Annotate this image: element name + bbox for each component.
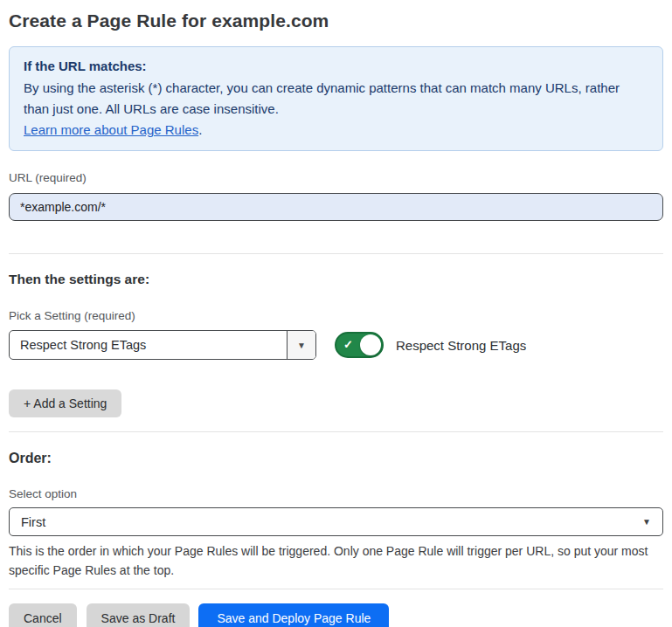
cancel-button[interactable]: Cancel	[9, 603, 77, 627]
order-select[interactable]: First ▼	[9, 507, 663, 536]
order-section-heading: Order:	[9, 451, 663, 466]
order-select-label: Select option	[9, 487, 663, 501]
setting-select[interactable]: Respect Strong ETags ▼	[9, 330, 316, 360]
settings-section-heading: Then the settings are:	[9, 272, 663, 287]
chevron-down-icon: ▼	[297, 341, 306, 350]
setting-select-value: Respect Strong ETags	[10, 331, 287, 359]
page-title: Create a Page Rule for example.com	[9, 10, 663, 31]
info-box-footer: Learn more about Page Rules.	[24, 120, 648, 141]
order-help-text: This is the order in which your Page Rul…	[9, 541, 660, 580]
pick-setting-label: Pick a Setting (required)	[9, 309, 663, 323]
chevron-down-icon: ▼	[642, 517, 651, 527]
save-as-draft-button[interactable]: Save as Draft	[87, 603, 191, 627]
link-suffix: .	[198, 122, 202, 137]
action-button-row: Cancel Save as Draft Save and Deploy Pag…	[9, 603, 663, 627]
divider	[9, 589, 663, 589]
learn-more-link[interactable]: Learn more about Page Rules	[24, 122, 198, 137]
check-icon: ✓	[343, 339, 353, 350]
url-input[interactable]	[9, 193, 663, 221]
setting-select-arrow-button[interactable]: ▼	[287, 331, 315, 359]
url-match-info-box: If the URL matches: By using the asteris…	[9, 46, 663, 151]
divider	[9, 431, 663, 432]
divider	[9, 253, 663, 254]
info-box-body: By using the asterisk (*) character, you…	[24, 78, 635, 120]
toggle-knob	[360, 334, 381, 355]
order-select-value: First	[21, 515, 45, 529]
create-page-rule-form: Create a Page Rule for example.com If th…	[0, 0, 672, 627]
save-and-deploy-button[interactable]: Save and Deploy Page Rule	[198, 603, 389, 627]
info-box-heading: If the URL matches:	[24, 56, 648, 77]
toggle-label: Respect Strong ETags	[396, 338, 526, 353]
url-field-label: URL (required)	[9, 171, 663, 185]
setting-row: Respect Strong ETags ▼ ✓ Respect Strong …	[9, 330, 663, 360]
add-setting-button[interactable]: + Add a Setting	[9, 389, 121, 417]
respect-strong-etags-toggle[interactable]: ✓	[335, 332, 384, 358]
